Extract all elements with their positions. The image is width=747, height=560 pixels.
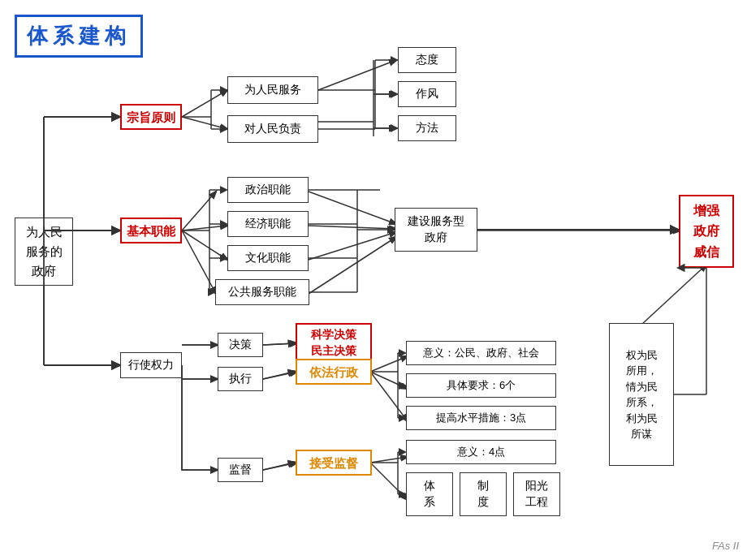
svg-line-12 — [182, 192, 216, 230]
node-yifa: 依法行政 — [296, 359, 372, 385]
node-jiben: 基本职能 — [120, 218, 182, 243]
svg-line-17 — [309, 226, 396, 229]
svg-line-14 — [182, 230, 227, 260]
svg-line-6 — [182, 117, 227, 129]
node-xingshi: 行使权力 — [120, 352, 182, 378]
svg-line-13 — [182, 226, 227, 230]
main-container: 体系建构 — [0, 0, 747, 560]
node-zhidu: 制 度 — [460, 472, 507, 516]
node-fangfa: 方法 — [398, 115, 456, 141]
node-tigao: 提高水平措施：3点 — [406, 406, 556, 430]
node-zuofeng: 作风 — [398, 81, 456, 107]
node-yangguang: 阳光 工程 — [513, 472, 560, 516]
node-yiyi-gong: 意义：公民、政府、社会 — [406, 341, 556, 365]
node-juti: 具体要求：6个 — [406, 373, 556, 398]
node-juece: 决策 — [218, 333, 263, 357]
svg-line-7 — [318, 60, 396, 90]
diagram-lines — [0, 0, 747, 560]
node-gov-for-people: 为人民 服务的 政府 — [15, 218, 73, 286]
svg-line-30 — [370, 372, 408, 421]
node-jieshou: 接受监督 — [296, 450, 372, 476]
watermark: FAs II — [712, 540, 739, 552]
svg-line-66 — [263, 372, 294, 379]
svg-line-15 — [182, 230, 216, 294]
title-box: 体系建构 — [15, 15, 143, 58]
page-title: 体系建构 — [27, 24, 131, 48]
node-jingji: 经济职能 — [227, 211, 309, 237]
node-jiandu: 监督 — [218, 458, 263, 482]
svg-line-67 — [263, 463, 294, 470]
node-yiyi-4: 意义：4点 — [406, 440, 556, 464]
node-quanwei: 权为民 所用， 情为民 所系， 利为民 所谋 — [609, 323, 674, 466]
diagram-arrows — [0, 0, 747, 560]
svg-line-25 — [263, 343, 297, 345]
svg-line-31 — [370, 457, 408, 463]
svg-line-27 — [263, 463, 297, 470]
svg-line-65 — [263, 343, 294, 345]
svg-line-29 — [370, 372, 408, 389]
node-taidu: 态度 — [398, 47, 456, 73]
node-zhengzhi: 政治职能 — [227, 177, 309, 203]
svg-line-16 — [309, 192, 396, 224]
svg-line-32 — [370, 463, 408, 500]
node-kexue: 科学决策 民主决策 — [296, 323, 372, 364]
svg-line-28 — [370, 356, 408, 372]
svg-line-5 — [182, 90, 227, 117]
svg-line-19 — [309, 237, 396, 294]
node-weimin-fw: 为人民服务 — [227, 76, 318, 104]
svg-line-18 — [309, 232, 396, 260]
node-zhixing: 执行 — [218, 367, 263, 391]
node-zongzhi: 宗旨原则 — [120, 104, 182, 130]
node-gonggong: 公共服务职能 — [215, 279, 309, 305]
node-duiren: 对人民负责 — [227, 115, 318, 143]
node-jianshefuwu: 建设服务型 政府 — [395, 208, 477, 252]
node-wenhua: 文化职能 — [227, 245, 309, 271]
node-zengqiang: 增强 政府 威信 — [679, 195, 734, 268]
svg-line-26 — [263, 372, 297, 379]
node-tixi: 体 系 — [406, 472, 453, 516]
svg-line-33 — [641, 265, 706, 325]
